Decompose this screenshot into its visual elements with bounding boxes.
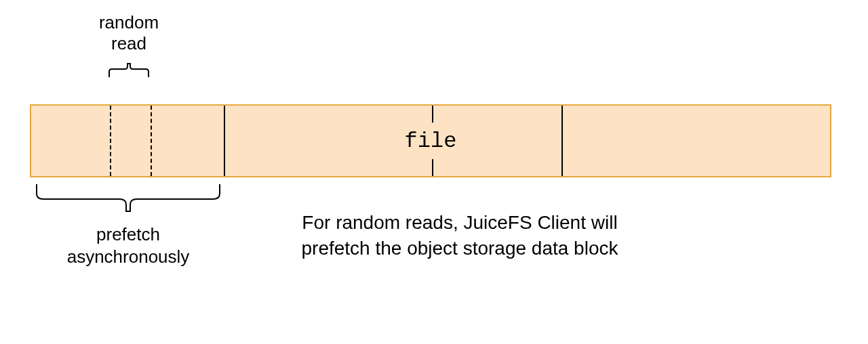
prefetch-label: prefetchasynchronously [34,223,222,267]
random-read-label: randomread [88,12,170,54]
block-divider-mid-bottom [432,159,433,176]
block-divider-mid-top [432,106,433,123]
block-divider-2 [561,106,563,176]
explanation-text: For random reads, JuiceFS Client will pr… [270,210,650,261]
block-divider-1 [224,106,225,176]
dashed-divider-1 [110,106,111,176]
top-brace [108,62,150,79]
file-label: file [405,129,457,154]
dashed-divider-2 [151,106,152,176]
file-bar: file [30,104,831,177]
bottom-brace [34,181,222,214]
